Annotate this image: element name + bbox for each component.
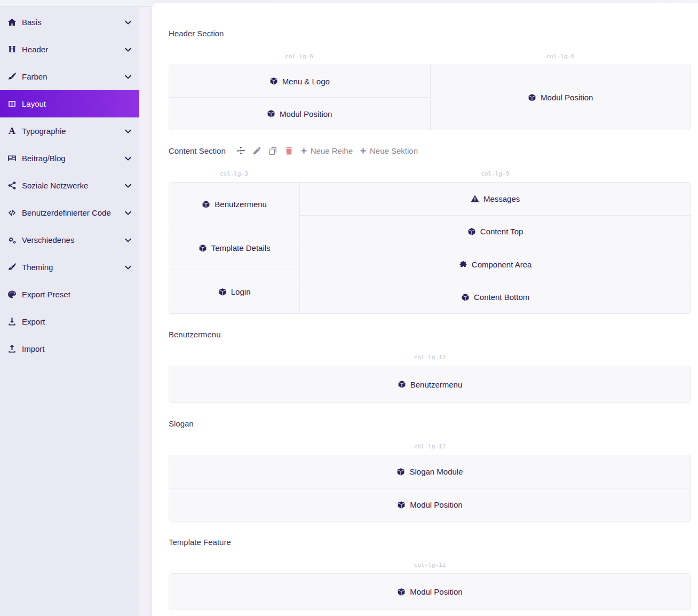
section-title: Slogan [169, 419, 194, 428]
new-section-button[interactable]: Neue Sektion [360, 146, 418, 155]
module-cell-label: Login [231, 287, 251, 296]
module-cell-content-bottom[interactable]: Content Bottom [300, 281, 691, 314]
pencil-icon[interactable] [252, 146, 261, 155]
module-cell-modul-position[interactable]: Modul Position [169, 574, 691, 610]
sidebar-item-typographie[interactable]: A Typographie [0, 117, 139, 145]
module-cell-label: Content Top [480, 227, 524, 236]
topbar-edge [0, 0, 152, 7]
module-cell-slogan-module[interactable]: Slogan Module [169, 455, 691, 488]
module-cell-modul-position[interactable]: Modul Position [169, 488, 691, 521]
warning-icon [471, 194, 479, 203]
cube-icon [218, 288, 227, 296]
sidebar-item-label: Soziale Netzwerke [22, 181, 124, 190]
module-cell-content-top[interactable]: Content Top [300, 215, 691, 248]
sidebar-item-label: Import [22, 344, 132, 353]
module-cell-template-details[interactable]: Template Details [169, 226, 299, 270]
cube-icon [267, 109, 275, 118]
sidebar-item-label: Benutzerdefinierter Code [22, 208, 124, 217]
sidebar-item-basis[interactable]: Basis [0, 9, 139, 36]
module-cell-label: Benutzermenu [215, 200, 267, 209]
module-cell-modul-position[interactable]: Modul Position [431, 65, 691, 130]
chevron-down-icon [124, 264, 132, 271]
sidebar-item-label: Theming [22, 263, 124, 272]
sidebar-item-label: Typographie [22, 127, 124, 136]
sidebar-item-export[interactable]: Export [0, 308, 139, 335]
module-cell-benutzermenu[interactable]: Benutzermenu [169, 366, 691, 402]
copy-icon[interactable] [268, 146, 277, 155]
sidebar-item-label: Export [22, 317, 132, 326]
builder-column: Modul Position [169, 574, 691, 610]
new-row-button[interactable]: Neue Reihe [300, 146, 353, 155]
module-cell-menu-logo[interactable]: Menu & Logo [169, 65, 430, 97]
sidebar-item-benutzerdefinierter-code[interactable]: Benutzerdefinierter Code [0, 199, 139, 226]
download-icon [5, 317, 19, 326]
sidebar-item-farben[interactable]: Farben [0, 63, 139, 90]
module-cell-label: Content Bottom [474, 293, 529, 302]
sidebar-item-header[interactable]: H Header [0, 36, 139, 63]
section-title: Benutzermenu [169, 330, 221, 339]
module-cell-login[interactable]: Login [169, 270, 299, 313]
builder-column: Modul Position [430, 65, 691, 130]
builder-column: Benutzermenu [169, 366, 691, 402]
plus-icon [360, 147, 367, 154]
cogs-icon [5, 235, 19, 244]
sidebar-item-verschiedenes[interactable]: Verschiedenes [0, 226, 139, 254]
chevron-down-icon [124, 182, 132, 189]
columns-icon [5, 99, 19, 108]
sidebar-menu: Basis H Header Farben Layout A Typograph… [0, 0, 139, 362]
trash-icon[interactable] [284, 146, 294, 155]
section-title: Header Section [169, 29, 224, 38]
cube-icon [461, 293, 470, 302]
module-cell-label: Modul Position [410, 587, 462, 596]
sidebar-item-label: Farben [22, 72, 124, 81]
section-title: Template Feature [169, 538, 231, 547]
sidebar-item-theming[interactable]: Theming [0, 254, 139, 281]
column-width-label: col-lg-12 [169, 562, 691, 569]
newspaper-icon [5, 154, 19, 163]
builder-section-header: Header Section col-lg-6 col-lg-6 Menu & … [169, 28, 691, 130]
cube-icon [397, 501, 406, 509]
cube-icon [396, 468, 405, 476]
module-cell-label: Slogan Module [409, 467, 463, 476]
cube-icon [528, 93, 536, 102]
sidebar-item-import[interactable]: Import [0, 335, 139, 362]
chevron-down-icon [124, 128, 132, 135]
cube-icon [202, 200, 210, 209]
cube-icon [199, 244, 207, 252]
sidebar-item-layout[interactable]: Layout [0, 90, 139, 117]
module-cell-label: Messages [483, 194, 520, 203]
move-icon[interactable] [236, 146, 245, 155]
new-section-label: Neue Sektion [370, 146, 418, 155]
chevron-down-icon [124, 46, 132, 53]
code-icon [5, 208, 19, 217]
builder-section-content: Content Section Neue Reihe Neue Sektion … [169, 146, 691, 314]
sidebar-item-soziale-netzwerke[interactable]: Soziale Netzwerke [0, 172, 139, 199]
builder-column: Menu & Logo Modul Position [169, 65, 430, 130]
builder-row: Slogan Module Modul Position [169, 455, 691, 522]
chevron-down-icon [124, 155, 132, 162]
column-width-label: col-lg-6 [169, 53, 430, 60]
module-cell-label: Benutzermenu [410, 380, 463, 389]
sidebar-item-label: Beitrag/Blog [22, 154, 124, 163]
builder-column: Benutzermenu Template Details Login [169, 183, 299, 313]
puzzle-icon [459, 260, 467, 268]
plus-icon [300, 147, 307, 154]
upload-icon [5, 344, 19, 353]
chevron-down-icon [124, 209, 132, 217]
module-cell-label: Modul Position [280, 109, 332, 119]
module-cell-messages[interactable]: Messages [300, 183, 691, 215]
module-cell-component-area[interactable]: Component Area [300, 248, 691, 281]
share-icon [5, 181, 19, 190]
builder-section-benutzermenu: Benutzermenu col-lg-12 Benutzermenu [169, 329, 691, 403]
module-cell-modul-position[interactable]: Modul Position [169, 97, 430, 130]
heading-icon: H [5, 45, 19, 54]
module-cell-label: Modul Position [410, 500, 462, 509]
sidebar-item-beitrag-blog[interactable]: Beitrag/Blog [0, 145, 139, 172]
chevron-down-icon [124, 73, 132, 81]
sidebar-item-export-preset[interactable]: Export Preset [0, 281, 139, 308]
module-cell-benutzermenu[interactable]: Benutzermenu [169, 183, 299, 226]
sidebar-item-label: Export Preset [22, 290, 132, 299]
builder-row: Menu & Logo Modul Position Modul Positio… [169, 65, 691, 130]
builder-section-slogan: Slogan col-lg-12 Slogan Module Modul Pos… [169, 418, 691, 522]
builder-column: Slogan Module Modul Position [169, 455, 691, 521]
